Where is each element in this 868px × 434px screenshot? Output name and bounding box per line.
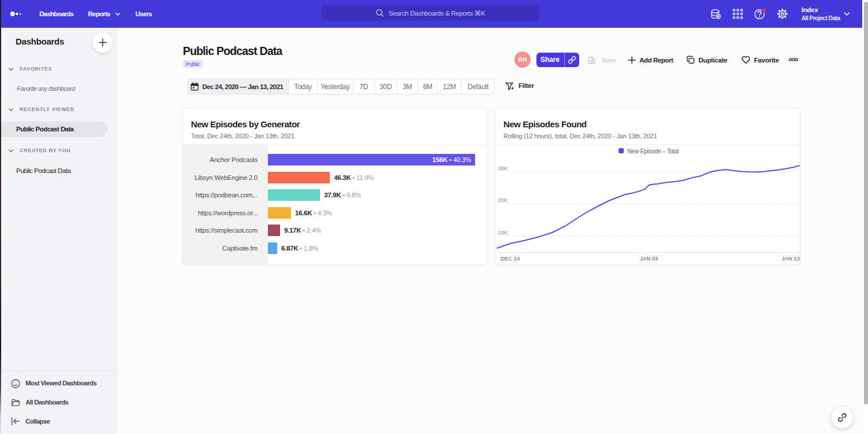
svg-text:New Episode – Total: New Episode – Total <box>627 148 679 155</box>
svg-text:30K: 30K <box>498 165 509 171</box>
svg-text:DEC 24: DEC 24 <box>501 255 520 262</box>
svg-text:20K: 20K <box>498 197 509 203</box>
svg-text:10K: 10K <box>498 229 509 236</box>
svg-text:JAN 13: JAN 13 <box>782 255 800 262</box>
svg-text:JAN 03: JAN 03 <box>640 255 658 262</box>
